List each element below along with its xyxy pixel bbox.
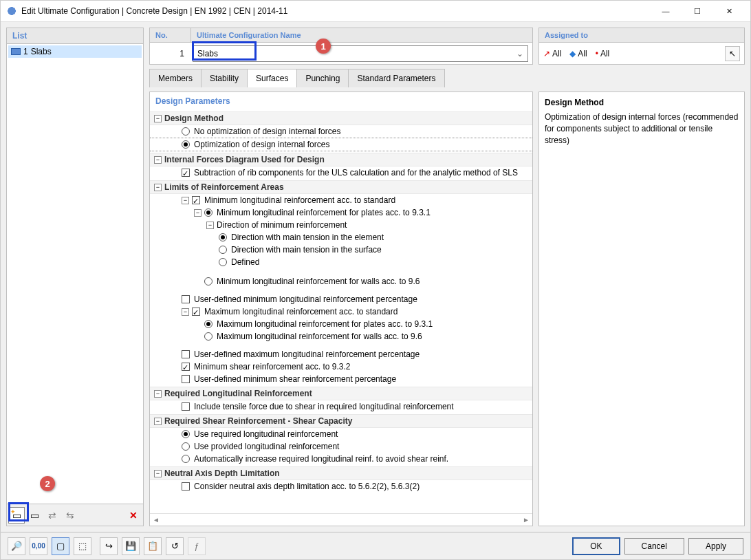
group-design-method[interactable]: −Design Method [150,111,532,125]
minimize-button[interactable]: — [650,1,682,21]
user-min-pct-check[interactable]: User-defined minimum longitudinal reinfo… [150,293,532,305]
use-prov-radio[interactable]: Use provided longitudinal reinforcement [150,440,532,453]
min-shear-check[interactable]: Minimum shear reinforcement acc. to 9.3.… [150,360,532,373]
group-req-long[interactable]: −Required Longitudinal Reinforcement [150,387,532,400]
sub-rib-check[interactable]: Subtraction of rib components for the UL… [150,166,532,179]
opt-none-radio[interactable]: No optimization of design internal force… [150,125,532,138]
dir-elem-radio[interactable]: Direction with main tension in the eleme… [150,231,532,244]
close-button[interactable]: ✕ [713,1,745,21]
tab-stability[interactable]: Stability [202,69,248,87]
params-header: Design Parameters [150,92,532,110]
collapse-icon[interactable]: − [154,115,162,122]
group-ifd[interactable]: −Internal Forces Diagram Used for Design [150,153,532,166]
info-panel: Design Method Optimization of design int… [538,91,745,526]
assigned-members[interactable]: ↗All [543,49,561,58]
copy-config-button[interactable]: ▭ [26,507,43,524]
app-icon [6,6,17,17]
tab-punching[interactable]: Punching [297,69,349,87]
info-body: Optimization of design internal forces (… [545,111,739,146]
collapse-icon[interactable]: − [154,156,162,164]
import-button[interactable]: ↪ [100,537,118,555]
list-item[interactable]: 1 Slabs [8,45,142,58]
chevron-down-icon: ⌄ [516,49,523,58]
list-toolbar: ▭ ▭ ⇄ ⇆ ✕ [7,504,143,526]
callout-2: 2 [40,476,55,491]
tensile-check[interactable]: Include tensile force due to shear in re… [150,400,532,413]
units-button[interactable]: 0,00 [30,537,47,555]
toolbar-button-4[interactable]: ⇆ [62,507,78,524]
pick-objects-button[interactable]: ↖ [725,46,740,61]
opt-on-radio[interactable]: Optimization of design internal forces [150,138,532,151]
min-plates-radio[interactable]: −Minimum longitudinal reinforcement for … [150,206,532,219]
max-walls-radio[interactable]: Maximum longitudinal reinforcement for w… [150,330,532,343]
help-button[interactable]: 🔎 [8,537,25,555]
tabs: Members Stability Surfaces Punching Stan… [149,69,745,87]
group-limits[interactable]: −Limits of Reinforcement Areas [150,180,532,194]
group-neutral[interactable]: −Neutral Axis Depth Limitation [150,466,532,480]
assigned-surfaces[interactable]: ◆All [569,49,587,58]
titlebar: Edit Ultimate Configuration | Concrete D… [1,1,750,22]
tab-standard-parameters[interactable]: Standard Parameters [349,69,444,87]
toolbar-button-3[interactable]: ⇄ [44,507,61,524]
dir-surf-radio[interactable]: Direction with main tension in the surfa… [150,244,532,256]
list-body: 1 Slabs 2 [7,44,143,504]
copy-button[interactable]: 📋 [144,537,162,555]
item-num: 1 [23,47,28,56]
no-header: No. [150,28,191,42]
min-walls-radio[interactable]: Minimum longitudinal reinforcement for w… [150,275,532,288]
item-icon [11,48,21,55]
info-title: Design Method [545,98,739,107]
assigned-header: Assigned to [539,28,744,42]
max-std-check[interactable]: −Maximum longitudinal reinforcement acc.… [150,305,532,318]
window-title: Edit Ultimate Configuration | Concrete D… [21,6,650,16]
config-name-text: Slabs [197,49,218,58]
collapse-icon[interactable]: − [154,184,162,191]
dir-title-row[interactable]: −Direction of minimum reinforcement [150,219,532,231]
list-header: List [7,28,143,44]
ok-button[interactable]: OK [572,537,620,555]
structure-button[interactable]: ⬚ [74,537,91,555]
dir-def-radio[interactable]: Defined [150,256,532,268]
collapse-icon[interactable]: − [154,470,162,477]
min-std-check[interactable]: −Minimum longitudinal reinforcement acc.… [150,194,532,206]
params-tree-panel: Design Parameters −Design Method No opti… [149,91,533,526]
auto-radio[interactable]: Automatically increase required longitud… [150,453,532,465]
callout-1: 1 [316,39,331,54]
list-panel: List 1 Slabs 2 ▭ ▭ ⇄ ⇆ ✕ [6,28,144,526]
user-max-pct-check[interactable]: User-defined maximum longitudinal reinfo… [150,348,532,360]
delete-config-button[interactable]: ✕ [125,507,142,524]
use-req-radio[interactable]: Use required longitudinal reinforcement [150,428,532,440]
footer: 🔎 0,00 ▢ ⬚ ↪ 💾 📋 ↺ ƒ OK Cancel Apply [1,532,750,559]
config-number: 1 [150,49,191,58]
item-label: Slabs [31,47,52,56]
cancel-button[interactable]: Cancel [624,538,684,554]
tab-surfaces[interactable]: Surfaces [248,69,297,87]
user-shear-pct-check[interactable]: User-defined minimum shear reinforcement… [150,373,532,385]
assigned-panel: Assigned to ↗All ◆All •All ↖ [538,28,745,65]
max-plates-radio[interactable]: Maximum longitudinal reinforcement for p… [150,318,532,330]
horizontal-scrollbar[interactable]: ◄► [150,513,532,526]
save-button[interactable]: 💾 [122,537,140,555]
tab-members[interactable]: Members [149,69,202,87]
name-header: Ultimate Configuration Name [191,28,532,42]
assigned-nodes[interactable]: •All [596,49,610,58]
collapse-icon[interactable]: − [154,418,162,425]
maximize-button[interactable]: ☐ [682,1,713,21]
script-button[interactable]: ƒ [188,537,206,555]
apply-button[interactable]: Apply [688,538,743,554]
new-config-button[interactable]: ▭ [8,507,25,524]
reset-button[interactable]: ↺ [166,537,184,555]
name-panel: No. Ultimate Configuration Name 1 Slabs … [149,28,533,65]
view-button[interactable]: ▢ [52,537,69,555]
collapse-icon[interactable]: − [154,390,162,398]
config-name-input[interactable]: Slabs ⌄ [193,45,528,62]
neutral-check[interactable]: Consider neutral axis depth limitation a… [150,480,532,493]
group-req-shear[interactable]: −Required Shear Reinforcement - Shear Ca… [150,414,532,428]
